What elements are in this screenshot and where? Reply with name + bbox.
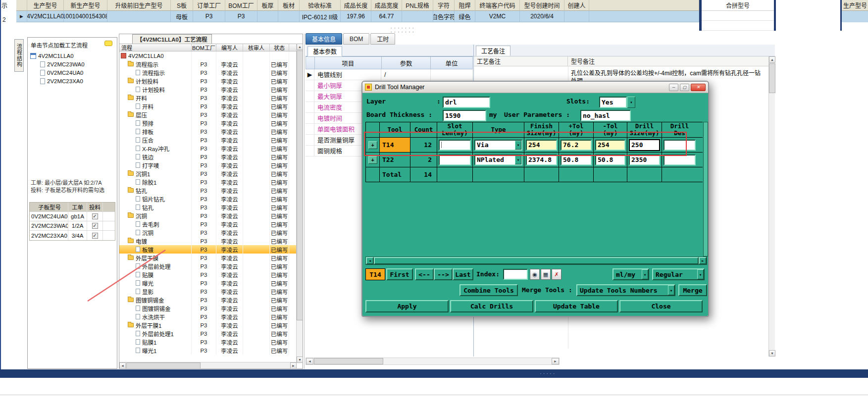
param-row[interactable]: ▶ 电镀线别 /	[306, 69, 473, 80]
splitter-handle[interactable]: ·····	[540, 370, 556, 376]
tab-process-remarks[interactable]: 工艺备注	[476, 46, 511, 56]
grid-cell[interactable]	[278, 11, 300, 22]
process-row[interactable]: 流程指示 P3 李凌云 已编写	[119, 68, 296, 77]
scroll-down-button[interactable]: ▼	[297, 357, 303, 363]
column-header[interactable]: 生产型号	[27, 0, 64, 11]
grid-row[interactable]	[842, 11, 868, 22]
process-row[interactable]: 层压 P3 李凌云 已编写	[119, 110, 296, 119]
process-row[interactable]: X-Ray冲孔 P3 李凌云 已编写	[119, 144, 296, 153]
minimize-button[interactable]: ─	[669, 84, 678, 91]
grid-cell[interactable]: P3	[225, 11, 257, 22]
vertical-scrollbar[interactable]: ▲ ▼	[296, 44, 303, 363]
dialog-titlebar[interactable]: Drill Tool Manager ─ ▢ ✕	[362, 82, 708, 93]
grid-cell[interactable]: V2MC	[475, 11, 520, 22]
process-row[interactable]: 外层干膜1 P3 李凌云 已编写	[119, 321, 296, 329]
column-header[interactable]: 订单工厂	[193, 0, 225, 11]
table-vertical-scrollbar[interactable]	[703, 122, 708, 257]
grid-cell[interactable]: 197.96	[341, 11, 371, 22]
column-header[interactable]: 单位	[430, 56, 473, 69]
structure-side-tab[interactable]: 流程结构	[14, 39, 24, 72]
grid-cell[interactable]	[107, 11, 171, 22]
process-row[interactable]: 曝光 P3 李凌云 已编写	[119, 279, 296, 287]
process-row[interactable]: 计划投料 P3 李凌云 已编写	[119, 85, 296, 94]
param-value[interactable]: /	[381, 69, 431, 80]
maximize-button[interactable]: ▢	[680, 84, 689, 91]
layer-input[interactable]: drl	[443, 97, 490, 108]
column-header[interactable]: BOM工厂	[192, 44, 216, 51]
last-button[interactable]: Last	[453, 268, 473, 280]
scrollbar-thumb[interactable]	[314, 358, 383, 364]
column-header[interactable]: 型号创建时间	[520, 0, 564, 11]
tool-cell[interactable]: T22	[380, 153, 410, 167]
feed-checkbox[interactable]: ✓	[92, 223, 98, 229]
vertical-scrollbar[interactable]: ▲ ▼	[768, 56, 775, 357]
scroll-left-button[interactable]: ◄	[119, 362, 126, 369]
scroll-right-button[interactable]: ►	[552, 358, 559, 364]
apply-button[interactable]: Apply	[365, 300, 449, 312]
dropdown-arrow-icon[interactable]: ▼	[627, 97, 635, 108]
subboard-row[interactable]: 2V2MC23WA0 1/2A ✓	[30, 221, 115, 231]
grid-cell[interactable]: IPC-6012 II级	[300, 11, 341, 22]
column-header[interactable]: S板	[171, 0, 193, 11]
column-header[interactable]	[16, 0, 27, 11]
column-header[interactable]: 参数	[381, 56, 431, 69]
column-header[interactable]: 字符	[433, 0, 455, 11]
grid-cell[interactable]: 绿色	[455, 11, 475, 22]
column-header[interactable]: 升级前旧生产型号	[107, 0, 171, 11]
merge-mode-dropdown[interactable]: Update Tools Numbers▼	[576, 284, 675, 296]
combine-tools-button[interactable]: Combine Tools	[460, 284, 518, 296]
process-row[interactable]: 4V2MC1LLA0	[119, 51, 296, 60]
process-row[interactable]: 图镀铜锡金 P3 李凌云 已编写	[119, 304, 296, 312]
column-header[interactable]	[589, 0, 699, 11]
dropdown-arrow-icon[interactable]: ▼	[668, 285, 674, 295]
grid-cell[interactable]	[402, 11, 433, 22]
process-row[interactable]: 显影 P3 李凌云 已编写	[119, 287, 296, 296]
tab-bom[interactable]: BOM	[343, 33, 369, 45]
scroll-down-button[interactable]: ▼	[769, 350, 775, 357]
slot-len-input[interactable]	[439, 154, 471, 165]
process-row[interactable]: 流程指示 P3 李凌云 已编写	[119, 60, 296, 68]
process-row[interactable]: 沉铜 P3 李凌云 已编写	[119, 228, 296, 237]
column-header[interactable]: 阻焊	[455, 0, 475, 11]
column-header[interactable]: 状态	[270, 44, 289, 51]
process-row[interactable]: 外层干膜 P3 李凌云 已编写	[119, 254, 296, 262]
process-row[interactable]: 开料 P3 李凌云 已编写	[119, 102, 296, 110]
column-header[interactable]: BOM工厂	[225, 0, 257, 11]
close-dialog-button[interactable]: Close	[619, 300, 703, 312]
column-header[interactable]: 终端客户代码	[475, 0, 520, 11]
process-row[interactable]: 板镀 P3 李凌云 已编写	[119, 245, 296, 254]
column-header[interactable]: 项目	[314, 56, 382, 69]
column-header[interactable]: 创建人	[564, 0, 589, 11]
process-row[interactable]: 钻孔 P3 李凌云 已编写	[119, 186, 296, 195]
splitter-handle[interactable]: ·······	[390, 30, 415, 33]
column-header[interactable]: 成品宽度	[371, 0, 402, 11]
scroll-left-button[interactable]: ◄	[366, 257, 374, 264]
feed-checkbox[interactable]: ✓	[92, 233, 98, 239]
column-header[interactable]: 板厚	[257, 0, 278, 11]
process-row[interactable]: 贴膜1 P3 李凌云 已编写	[119, 338, 296, 346]
expand-row-button[interactable]: +	[368, 156, 377, 164]
column-header[interactable]: 流程	[119, 44, 192, 51]
tree-node[interactable]: 2V2MC23WA0	[40, 60, 115, 68]
scrollbar-thumb[interactable]	[374, 257, 699, 264]
delete-tool-button[interactable]: ✗	[552, 269, 562, 280]
column-header[interactable]: 生产型号	[842, 0, 868, 11]
horizontal-scrollbar[interactable]: ◄ ►	[306, 358, 560, 365]
process-row[interactable]: 沉铜 P3 李凌云 已编写	[119, 211, 296, 220]
scroll-right-button[interactable]: ►	[699, 257, 707, 264]
type-dropdown[interactable]: Via▼	[474, 140, 522, 151]
scroll-up-button[interactable]: ▲	[769, 56, 775, 63]
column-header[interactable]: 成品长度	[341, 0, 371, 11]
column-header[interactable]: 新生产型号	[64, 0, 107, 11]
grid-row[interactable]	[702, 11, 774, 21]
dropdown-arrow-icon[interactable]: ▼	[515, 141, 521, 150]
tab-basic-params[interactable]: 基本参数	[307, 46, 342, 56]
next-button[interactable]: -->	[434, 268, 453, 280]
tool-cell[interactable]: T14	[380, 138, 410, 152]
subboard-row[interactable]: 2V2MC23XA0 3/4A ✓	[30, 231, 115, 240]
horizontal-scrollbar[interactable]: ◄ ►	[119, 362, 297, 368]
highlight-tool-button[interactable]: ◉	[530, 269, 540, 280]
board-thickness-input[interactable]: 1590	[443, 110, 486, 121]
column-header[interactable]: PNL规格	[402, 0, 433, 11]
finish-size-input[interactable]: 2374.8	[526, 154, 557, 165]
